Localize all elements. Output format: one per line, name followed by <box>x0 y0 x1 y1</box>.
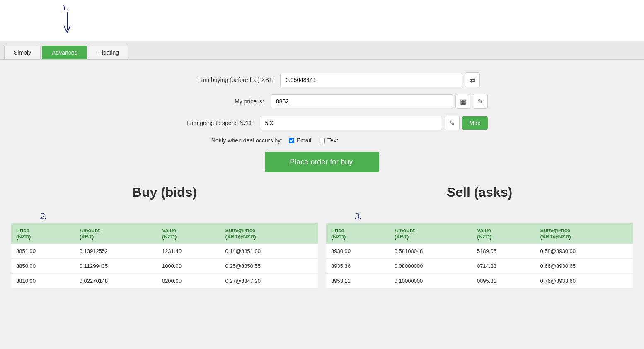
notify-options: Email Text <box>289 137 471 144</box>
sell-col-value: Value(NZD) <box>472 223 535 244</box>
amount-cell: 0.11299435 <box>75 259 157 274</box>
spend-label: I am going to spend NZD: <box>156 120 260 126</box>
buy-bids-header-row: Price(NZD) Amount(XBT) Value(NZD) Sum@Pr… <box>11 223 318 244</box>
sell-asks-header-row: Price(NZD) Amount(XBT) Value(NZD) Sum@Pr… <box>326 223 633 244</box>
max-button[interactable]: Max <box>462 116 488 130</box>
main-content: I am buying (before fee) XBT: ⇄ My price… <box>0 60 644 301</box>
value-cell: 0895.31 <box>472 274 535 289</box>
text-label: Text <box>327 137 338 144</box>
buy-col-sum: Sum@Price(XBT@NZD) <box>220 223 318 244</box>
tables-section: Buy (bids) 2. Price(NZD) Amount(XBT) Val… <box>3 185 641 289</box>
sum-cell: 0.14@8851.00 <box>220 244 318 259</box>
spend-row: I am going to spend NZD: ✎ Max <box>156 116 488 130</box>
sum-cell: 0.76@8933.60 <box>535 274 633 289</box>
amount-cell: 0.58108048 <box>390 244 472 259</box>
buy-bids-title: Buy (bids) <box>11 185 318 200</box>
value-cell: 1231.40 <box>157 244 220 259</box>
table-row: 8930.00 0.58108048 5189.05 0.58@8930.00 <box>326 244 633 259</box>
buy-col-amount: Amount(XBT) <box>75 223 157 244</box>
place-order-button[interactable]: Place order for buy. <box>265 152 379 172</box>
buy-bids-panel: Buy (bids) 2. Price(NZD) Amount(XBT) Val… <box>11 185 318 289</box>
buy-col-value: Value(NZD) <box>157 223 220 244</box>
amount-cell: 0.10000000 <box>390 274 472 289</box>
price-cell: 8810.00 <box>11 274 75 289</box>
price-cell: 8851.00 <box>11 244 75 259</box>
value-cell: 0714.83 <box>472 259 535 274</box>
spend-edit-btn[interactable]: ✎ <box>445 116 460 130</box>
buying-input[interactable] <box>280 73 462 87</box>
amount-cell: 0.02270148 <box>75 274 157 289</box>
sell-asks-title: Sell (asks) <box>326 185 633 200</box>
spend-input[interactable] <box>260 116 442 130</box>
buying-input-group: ⇄ <box>280 72 480 87</box>
annotation-3: 3. <box>326 207 633 223</box>
svg-text:3.: 3. <box>355 211 362 221</box>
sell-col-amount: Amount(XBT) <box>390 223 472 244</box>
order-form: I am buying (before fee) XBT: ⇄ My price… <box>156 72 488 172</box>
table-row: 8810.00 0.02270148 0200.00 0.27@8847.20 <box>11 274 318 289</box>
sum-cell: 0.27@8847.20 <box>220 274 318 289</box>
price-label: My price is: <box>156 98 271 105</box>
calculator-btn[interactable]: ▦ <box>455 94 470 109</box>
table-row: 8935.36 0.08000000 0714.83 0.66@8930.65 <box>326 259 633 274</box>
price-edit-btn[interactable]: ✎ <box>473 94 488 109</box>
notify-row: Notify when deal occurs by: Email Text <box>156 137 488 144</box>
text-option[interactable]: Text <box>320 137 338 144</box>
price-input-group: ▦ ✎ <box>271 94 488 109</box>
buying-label: I am buying (before fee) XBT: <box>164 77 280 83</box>
buying-row: I am buying (before fee) XBT: ⇄ <box>156 72 488 87</box>
tab-floating[interactable]: Floating <box>89 46 128 59</box>
shuffle-btn[interactable]: ⇄ <box>465 72 480 87</box>
amount-cell: 0.08000000 <box>390 259 472 274</box>
sum-cell: 0.66@8930.65 <box>535 259 633 274</box>
annotation-area: 1. <box>0 0 644 41</box>
price-cell: 8930.00 <box>326 244 390 259</box>
price-cell: 8953.11 <box>326 274 390 289</box>
notify-label: Notify when deal occurs by: <box>173 137 289 144</box>
text-checkbox[interactable] <box>320 138 325 143</box>
value-cell: 0200.00 <box>157 274 220 289</box>
buy-bids-table: Price(NZD) Amount(XBT) Value(NZD) Sum@Pr… <box>11 223 318 289</box>
sum-cell: 0.58@8930.00 <box>535 244 633 259</box>
sell-col-sum: Sum@Price(XBT@NZD) <box>535 223 633 244</box>
amount-cell: 0.13912552 <box>75 244 157 259</box>
price-row: My price is: ▦ ✎ <box>156 94 488 109</box>
email-label: Email <box>297 137 311 144</box>
place-order-row: Place order for buy. <box>156 152 488 172</box>
price-input[interactable] <box>271 94 453 108</box>
value-cell: 1000.00 <box>157 259 220 274</box>
svg-text:2.: 2. <box>40 211 47 221</box>
price-cell: 8935.36 <box>326 259 390 274</box>
email-option[interactable]: Email <box>289 137 311 144</box>
table-row: 8851.00 0.13912552 1231.40 0.14@8851.00 <box>11 244 318 259</box>
svg-text:1.: 1. <box>62 2 69 12</box>
sell-asks-table: Price(NZD) Amount(XBT) Value(NZD) Sum@Pr… <box>326 223 633 289</box>
sell-asks-panel: Sell (asks) 3. Price(NZD) Amount(XBT) Va… <box>326 185 633 289</box>
sum-cell: 0.25@8850.55 <box>220 259 318 274</box>
tab-bar: Simply Advanced Floating <box>0 41 644 60</box>
value-cell: 5189.05 <box>472 244 535 259</box>
table-row: 8953.11 0.10000000 0895.31 0.76@8933.60 <box>326 274 633 289</box>
table-row: 8850.00 0.11299435 1000.00 0.25@8850.55 <box>11 259 318 274</box>
tab-advanced[interactable]: Advanced <box>42 46 87 59</box>
email-checkbox[interactable] <box>289 138 294 143</box>
tab-simply[interactable]: Simply <box>4 46 41 59</box>
sell-col-price: Price(NZD) <box>326 223 390 244</box>
spend-input-group: ✎ Max <box>260 116 488 130</box>
buy-col-price: Price(NZD) <box>11 223 75 244</box>
annotation-2: 2. <box>11 207 318 223</box>
price-cell: 8850.00 <box>11 259 75 274</box>
